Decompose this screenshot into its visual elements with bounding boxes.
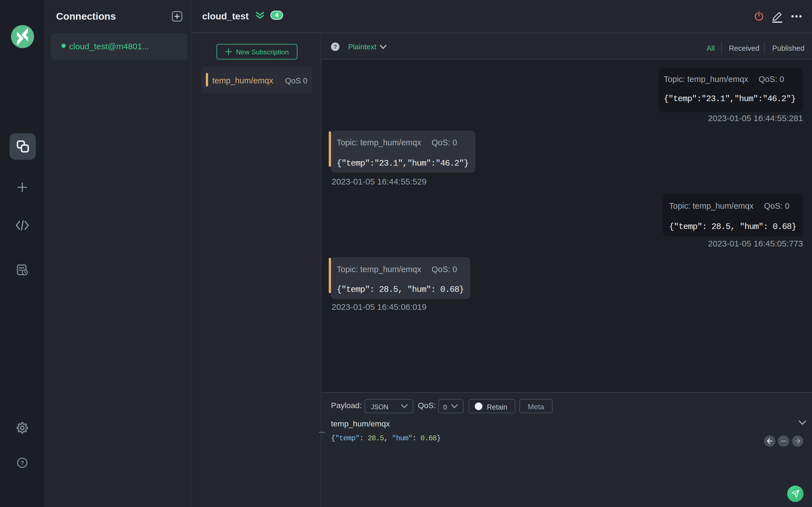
svg-text:?: ? [20, 460, 24, 466]
